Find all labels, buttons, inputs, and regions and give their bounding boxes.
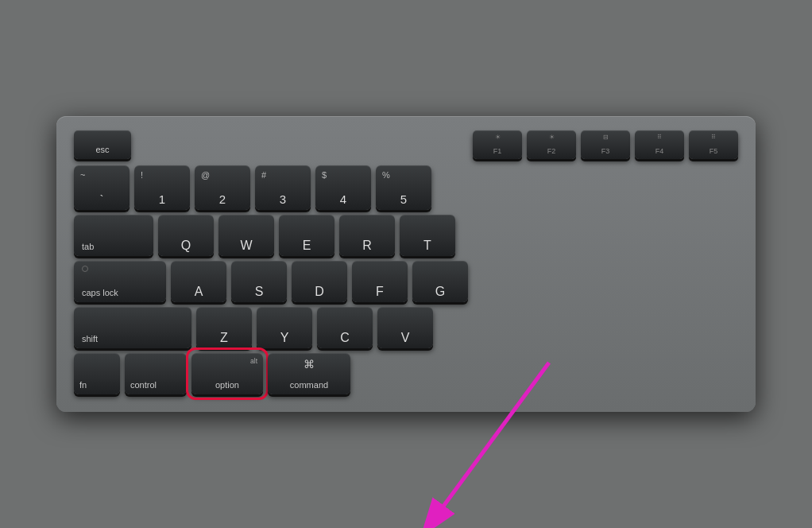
key-command-symbol: ⌘ — [268, 358, 350, 371]
key-1-char: 1 — [159, 192, 165, 206]
key-capslock-label: caps lock — [82, 288, 118, 297]
key-shift[interactable]: shift — [74, 307, 191, 348]
key-r[interactable]: R — [339, 215, 395, 256]
key-f1[interactable]: ☀ F1 — [473, 130, 522, 159]
key-4-char: 4 — [340, 192, 346, 206]
key-g[interactable]: G — [412, 261, 468, 302]
key-f2[interactable]: ☀ F2 — [527, 130, 576, 159]
key-fn[interactable]: fn — [74, 353, 120, 394]
key-d-char: D — [315, 285, 324, 298]
key-f-char: F — [376, 285, 384, 298]
key-z[interactable]: Z — [196, 307, 252, 348]
key-q-char: Q — [181, 239, 191, 252]
key-a[interactable]: A — [171, 261, 226, 302]
key-f3-label: F3 — [601, 147, 610, 155]
key-tab-label: tab — [82, 242, 94, 251]
key-command[interactable]: ⌘ command — [268, 353, 350, 394]
key-tilde: ~ — [80, 170, 85, 180]
key-f5-label: F5 — [710, 147, 718, 155]
key-esc-label: esc — [95, 145, 109, 154]
key-f2-icon: ☀ — [527, 134, 576, 141]
key-4[interactable]: $ 4 — [315, 165, 371, 210]
key-2[interactable]: @ 2 — [195, 165, 250, 210]
key-f5-icon: ⠿ — [689, 134, 738, 141]
modifier-row: fn control alt option ⌘ command — [74, 353, 738, 394]
key-f4-icon: ⠿ — [635, 134, 684, 141]
key-3-char: 3 — [280, 192, 286, 206]
key-command-label: command — [290, 380, 328, 390]
key-1[interactable]: ! 1 — [134, 165, 190, 210]
key-e-char: E — [303, 239, 311, 252]
key-a-char: A — [195, 285, 203, 298]
key-r-char: R — [362, 239, 372, 252]
key-y[interactable]: Y — [257, 307, 312, 348]
key-y-char: Y — [280, 332, 289, 344]
key-5[interactable]: % 5 — [376, 165, 431, 210]
key-esc[interactable]: esc — [74, 130, 131, 159]
zxcv-row: shift Z Y C V — [74, 307, 738, 348]
key-f[interactable]: F — [352, 261, 408, 302]
key-w-char: W — [240, 239, 252, 252]
key-f2-label: F2 — [547, 147, 556, 155]
key-q[interactable]: Q — [158, 215, 214, 256]
key-backtick[interactable]: ~ ` — [74, 165, 130, 210]
key-control[interactable]: control — [125, 353, 187, 394]
key-f5[interactable]: ⠿ F5 — [689, 130, 738, 159]
key-f3[interactable]: ⊟ F3 — [581, 130, 630, 159]
key-alt-label: alt — [250, 357, 257, 365]
key-f4[interactable]: ⠿ F4 — [635, 130, 684, 159]
key-tab[interactable]: tab — [74, 215, 153, 256]
key-e[interactable]: E — [279, 215, 334, 256]
key-f1-icon: ☀ — [473, 134, 522, 141]
key-2-char: 2 — [219, 192, 226, 206]
key-v[interactable]: V — [377, 307, 433, 348]
key-t[interactable]: T — [400, 215, 455, 256]
key-c[interactable]: C — [317, 307, 373, 348]
qwerty-row: tab Q W E R T — [74, 215, 738, 256]
key-d[interactable]: D — [292, 261, 347, 302]
key-t-char: T — [423, 239, 431, 252]
key-at: @ — [201, 170, 210, 180]
key-3[interactable]: # 3 — [255, 165, 311, 210]
key-option-label: option — [215, 380, 239, 390]
key-v-char: V — [401, 332, 410, 344]
key-g-char: G — [435, 285, 445, 298]
key-percent: % — [382, 170, 390, 180]
key-w[interactable]: W — [218, 215, 274, 256]
fn-row: esc ☀ F1 ☀ F2 ⊟ F3 ⠿ F4 ⠿ F5 — [74, 130, 738, 159]
key-hash: # — [261, 170, 266, 180]
number-row: ~ ` ! 1 @ 2 # 3 $ 4 % 5 — [74, 165, 738, 210]
key-exclaim: ! — [141, 170, 143, 180]
key-5-char: 5 — [400, 192, 407, 206]
key-dollar: $ — [322, 170, 327, 180]
key-fn-label: fn — [79, 380, 87, 390]
capslock-indicator — [82, 266, 88, 272]
keyboard: esc ☀ F1 ☀ F2 ⊟ F3 ⠿ F4 ⠿ F5 — [56, 116, 756, 412]
key-c-char: C — [340, 332, 350, 344]
key-shift-label: shift — [82, 334, 98, 344]
key-backtick-char: ` — [100, 192, 104, 206]
key-control-label: control — [130, 380, 157, 390]
key-option[interactable]: alt option — [191, 353, 263, 394]
asdf-row: caps lock A S D F G — [74, 261, 738, 302]
key-z-char: Z — [220, 332, 228, 344]
key-capslock[interactable]: caps lock — [74, 261, 166, 302]
key-f4-label: F4 — [655, 147, 664, 155]
key-f3-icon: ⊟ — [581, 134, 630, 141]
key-s-char: S — [255, 285, 264, 298]
key-f1-label: F1 — [493, 147, 502, 155]
key-s[interactable]: S — [231, 261, 287, 302]
